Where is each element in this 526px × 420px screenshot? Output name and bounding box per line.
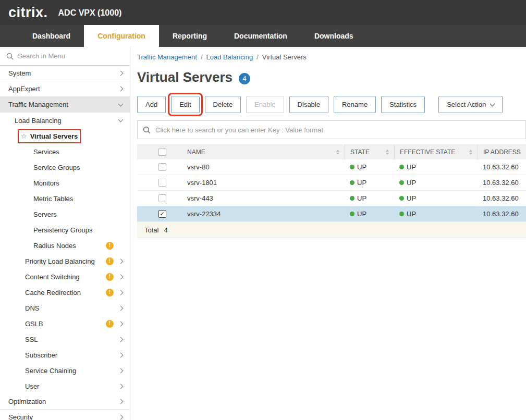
column-header-name[interactable]: NAME: [187, 149, 205, 156]
add-button[interactable]: Add: [137, 96, 166, 113]
sidebar-item-dns[interactable]: DNS: [0, 300, 130, 316]
delete-button[interactable]: Delete: [205, 96, 241, 113]
sidebar-search[interactable]: [0, 47, 130, 66]
sidebar-item-label: Load Balancing: [15, 117, 62, 125]
sidebar-item-inner: Metric Tables: [33, 195, 73, 203]
sidebar: System AppExpert Traffic Management Load…: [0, 47, 130, 420]
sidebar-item-inner: GSLB: [25, 320, 43, 328]
effective-state-text: UP: [407, 210, 416, 218]
sidebar-search-input[interactable]: [18, 52, 124, 60]
sidebar-item-monitors[interactable]: Monitors: [0, 175, 130, 191]
warning-icon: !: [106, 257, 114, 265]
sidebar-item-label: Services: [33, 148, 59, 156]
row-state: UP: [345, 206, 394, 221]
column-header-ip-address[interactable]: IP ADDRESS: [483, 149, 521, 156]
sidebar-item-inner: Priority Load Balancing: [25, 257, 95, 265]
sidebar-item-radius-nodes[interactable]: Radius Nodes !: [0, 238, 130, 253]
edit-button[interactable]: Edit: [171, 96, 199, 113]
sort-icon[interactable]: [336, 150, 339, 155]
total-value: 4: [164, 226, 167, 234]
sidebar-item-load-balancing[interactable]: Load Balancing: [0, 113, 130, 128]
select-all-checkbox[interactable]: [158, 148, 166, 156]
sidebar-item-traffic-management[interactable]: Traffic Management: [0, 97, 130, 113]
tab-label: Configuration: [97, 32, 145, 40]
sidebar-item-system[interactable]: System: [0, 66, 130, 81]
sidebar-item-content-switching[interactable]: Content Switching !: [0, 269, 130, 285]
sidebar-item-label: Monitors: [33, 179, 59, 187]
status-dot: [350, 180, 354, 185]
select-action-dropdown[interactable]: Select Action: [438, 96, 503, 113]
tab-label: Downloads: [314, 32, 353, 40]
sidebar-item-appexpert[interactable]: AppExpert: [0, 81, 130, 97]
chevron-icon: [118, 71, 124, 76]
sidebar-item-optimization[interactable]: Optimization: [0, 394, 130, 410]
sidebar-menu: System AppExpert Traffic Management Load…: [0, 66, 130, 420]
row-checkbox[interactable]: [158, 194, 166, 202]
citrix-logo: citrix.: [8, 6, 48, 20]
sidebar-item-inner: ☆ Virtual Servers: [21, 132, 78, 140]
sidebar-item-persistency-groups[interactable]: Persistency Groups: [0, 222, 130, 238]
row-state: UP: [345, 175, 394, 190]
tab-label: Dashboard: [32, 32, 70, 40]
sort-icon[interactable]: [386, 150, 389, 155]
row-checkbox[interactable]: [158, 179, 166, 187]
sidebar-item-priority-load-balancing[interactable]: Priority Load Balancing !: [0, 253, 130, 269]
row-ip-address: 10.63.32.60: [478, 191, 526, 206]
table-row[interactable]: vsrv-22334 UP UP 10.63.32.60: [137, 206, 526, 222]
tab-configuration[interactable]: Configuration: [84, 25, 159, 47]
table-row[interactable]: vsrv-1801 UP UP 10.63.32.60: [137, 175, 526, 191]
sidebar-item-servers[interactable]: Servers: [0, 206, 130, 222]
breadcrumb-item-load-balancing[interactable]: Load Balancing: [206, 53, 253, 61]
chevron-icon: [118, 101, 124, 106]
sidebar-item-service-groups[interactable]: Service Groups: [0, 159, 130, 175]
toolbar: AddEditDeleteEnableDisableRenameStatisti…: [137, 96, 526, 113]
sidebar-item-inner: Service Chaining: [25, 367, 76, 375]
sidebar-item-inner: Radius Nodes: [33, 242, 76, 250]
sidebar-item-service-chaining[interactable]: Service Chaining: [0, 363, 130, 378]
sidebar-item-gslb[interactable]: GSLB !: [0, 316, 130, 331]
column-header-state[interactable]: STATE: [350, 149, 370, 156]
sidebar-item-inner: Services: [33, 148, 59, 156]
sidebar-item-ssl[interactable]: SSL: [0, 331, 130, 347]
tab-dashboard[interactable]: Dashboard: [19, 25, 84, 47]
sidebar-item-inner: System: [8, 69, 31, 77]
status-dot: [399, 180, 404, 185]
sort-icon[interactable]: [469, 150, 472, 155]
sidebar-item-security[interactable]: Security: [0, 410, 130, 420]
row-effective-state: UP: [394, 175, 478, 190]
row-name: vsrv-1801: [187, 175, 345, 190]
sidebar-item-user[interactable]: User: [0, 378, 130, 394]
row-checkbox[interactable]: [158, 163, 166, 171]
row-name: vsrv-80: [187, 159, 345, 175]
chevron-icon: [118, 399, 124, 404]
row-checkbox[interactable]: [158, 210, 166, 218]
search-icon: [6, 53, 14, 60]
table-row[interactable]: vsrv-443 UP UP 10.63.32.60: [137, 191, 526, 206]
nav-tabs: DashboardConfigurationReportingDocumenta…: [19, 25, 367, 47]
tab-downloads[interactable]: Downloads: [301, 25, 367, 47]
sidebar-item-inner: Subscriber: [25, 351, 57, 359]
enable-button[interactable]: Enable: [246, 96, 284, 113]
checkbox-cell: [137, 191, 187, 206]
table-search-input[interactable]: [155, 126, 520, 134]
breadcrumb-item-traffic-management[interactable]: Traffic Management: [137, 53, 197, 61]
tab-label: Reporting: [173, 32, 207, 40]
sidebar-item-virtual-servers[interactable]: ☆ Virtual Servers: [0, 128, 130, 144]
sidebar-item-subscriber[interactable]: Subscriber: [0, 347, 130, 363]
sidebar-item-metric-tables[interactable]: Metric Tables: [0, 191, 130, 206]
sidebar-item-label: GSLB: [25, 320, 43, 328]
sidebar-item-cache-redirection[interactable]: Cache Redirection !: [0, 285, 130, 300]
status-dot: [399, 212, 404, 216]
column-header-effective-state[interactable]: EFFECTIVE STATE: [400, 149, 455, 156]
rename-button[interactable]: Rename: [334, 96, 376, 113]
table-row[interactable]: vsrv-80 UP UP 10.63.32.60: [137, 159, 526, 175]
sidebar-item-services[interactable]: Services: [0, 144, 130, 159]
disable-button[interactable]: Disable: [289, 96, 328, 113]
table-search[interactable]: [137, 120, 526, 139]
sidebar-item-label: Virtual Servers: [30, 132, 78, 140]
sidebar-item-label: Radius Nodes: [33, 242, 76, 250]
statistics-button[interactable]: Statistics: [381, 96, 425, 113]
tab-reporting[interactable]: Reporting: [159, 25, 221, 47]
tab-documentation[interactable]: Documentation: [221, 25, 301, 47]
sidebar-item-inner: Persistency Groups: [33, 226, 92, 234]
